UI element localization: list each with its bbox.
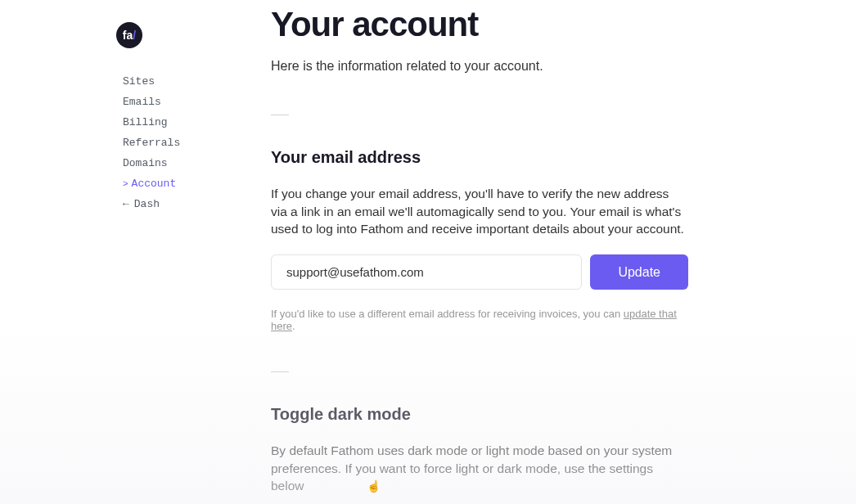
page-subtitle: Here is the information related to your … <box>271 59 688 74</box>
nav-list: Sites Emails Billing Referrals Domains >… <box>115 71 229 214</box>
email-section-title: Your email address <box>271 148 688 167</box>
sidebar-item-account[interactable]: >Account <box>115 173 229 194</box>
divider <box>271 115 289 115</box>
logo-text: fa <box>123 29 133 42</box>
sidebar-item-domains[interactable]: Domains <box>115 153 229 173</box>
email-input[interactable] <box>271 254 582 290</box>
sidebar-item-billing[interactable]: Billing <box>115 112 229 133</box>
sidebar: fa/ Sites Emails Billing Referrals Domai… <box>115 22 229 214</box>
invoice-help-text: If you'd like to use a different email a… <box>271 308 688 332</box>
sidebar-item-sites[interactable]: Sites <box>115 71 229 92</box>
main-content: Your account Here is the information rel… <box>271 0 688 504</box>
update-button[interactable]: Update <box>590 254 688 290</box>
email-row: Update <box>271 254 688 290</box>
logo-slash: / <box>133 29 136 42</box>
darkmode-section-desc: By default Fathom uses dark mode or ligh… <box>271 442 688 495</box>
logo[interactable]: fa/ <box>116 22 142 48</box>
sidebar-item-referrals[interactable]: Referrals <box>115 133 229 153</box>
darkmode-section-title: Toggle dark mode <box>271 405 688 424</box>
page-title: Your account <box>271 5 688 44</box>
arrow-left-icon: ← <box>123 198 129 210</box>
divider <box>271 371 289 372</box>
sidebar-item-emails[interactable]: Emails <box>115 92 229 112</box>
email-section-desc: If you change your email address, you'll… <box>271 185 688 238</box>
sidebar-item-dash[interactable]: ←Dash <box>115 194 229 214</box>
chevron-right-icon: > <box>123 179 128 189</box>
